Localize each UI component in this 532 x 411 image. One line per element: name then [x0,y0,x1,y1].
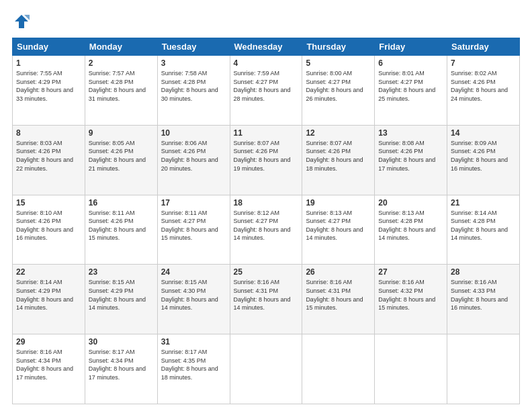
calendar-week-row: 8Sunrise: 8:03 AMSunset: 4:26 PMDaylight… [13,125,520,195]
calendar-header-row: SundayMondayTuesdayWednesdayThursdayFrid… [13,38,520,56]
day-info: Sunrise: 8:08 AMSunset: 4:26 PMDaylight:… [378,139,443,173]
day-info: Sunrise: 8:13 AMSunset: 4:28 PMDaylight:… [378,209,443,242]
column-header-wednesday: Wednesday [230,38,302,56]
day-number: 28 [451,267,516,277]
calendar-cell: 5Sunrise: 8:00 AMSunset: 4:27 PMDaylight… [302,56,375,126]
column-header-tuesday: Tuesday [157,38,230,56]
calendar-cell: 13Sunrise: 8:08 AMSunset: 4:26 PMDayligh… [375,125,447,195]
day-info: Sunrise: 8:16 AMSunset: 4:34 PMDaylight:… [16,348,81,381]
day-number: 29 [16,337,81,347]
day-number: 5 [306,58,371,68]
day-info: Sunrise: 8:07 AMSunset: 4:26 PMDaylight:… [306,139,371,173]
day-info: Sunrise: 8:14 AMSunset: 4:29 PMDaylight:… [16,278,81,312]
day-info: Sunrise: 8:02 AMSunset: 4:26 PMDaylight:… [451,69,516,103]
calendar-week-row: 15Sunrise: 8:10 AMSunset: 4:26 PMDayligh… [13,195,520,265]
calendar-cell: 10Sunrise: 8:06 AMSunset: 4:26 PMDayligh… [157,125,230,195]
logo-icon [12,12,31,31]
calendar-cell [302,334,375,404]
calendar-cell: 21Sunrise: 8:14 AMSunset: 4:28 PMDayligh… [447,195,520,265]
day-info: Sunrise: 8:15 AMSunset: 4:30 PMDaylight:… [161,278,226,312]
calendar-cell: 15Sunrise: 8:10 AMSunset: 4:26 PMDayligh… [13,195,85,265]
calendar-cell: 9Sunrise: 8:05 AMSunset: 4:26 PMDaylight… [85,125,157,195]
day-number: 20 [378,198,443,208]
day-info: Sunrise: 7:59 AMSunset: 4:27 PMDaylight:… [234,69,299,103]
day-number: 17 [161,198,226,208]
calendar-body: 1Sunrise: 7:55 AMSunset: 4:29 PMDaylight… [13,56,520,404]
calendar-cell: 25Sunrise: 8:16 AMSunset: 4:31 PMDayligh… [230,265,302,334]
calendar-cell: 12Sunrise: 8:07 AMSunset: 4:26 PMDayligh… [302,125,375,195]
calendar-cell: 1Sunrise: 7:55 AMSunset: 4:29 PMDaylight… [13,56,85,126]
day-number: 11 [234,128,299,138]
day-number: 21 [451,198,516,208]
day-info: Sunrise: 8:17 AMSunset: 4:34 PMDaylight:… [89,348,154,381]
calendar-cell: 29Sunrise: 8:16 AMSunset: 4:34 PMDayligh… [13,334,85,404]
day-info: Sunrise: 7:55 AMSunset: 4:29 PMDaylight:… [16,69,81,103]
calendar-table: SundayMondayTuesdayWednesdayThursdayFrid… [12,38,520,404]
day-number: 13 [378,128,443,138]
calendar-cell [447,334,520,404]
column-header-saturday: Saturday [447,38,520,56]
day-info: Sunrise: 7:57 AMSunset: 4:28 PMDaylight:… [89,69,154,103]
day-number: 1 [16,58,81,68]
day-info: Sunrise: 8:05 AMSunset: 4:26 PMDaylight:… [89,139,154,173]
header [12,12,520,31]
calendar-week-row: 22Sunrise: 8:14 AMSunset: 4:29 PMDayligh… [13,265,520,334]
day-number: 10 [161,128,226,138]
day-info: Sunrise: 8:07 AMSunset: 4:26 PMDaylight:… [234,139,299,173]
day-info: Sunrise: 8:15 AMSunset: 4:29 PMDaylight:… [89,278,154,312]
calendar-cell: 19Sunrise: 8:13 AMSunset: 4:27 PMDayligh… [302,195,375,265]
day-number: 15 [16,198,81,208]
calendar-cell: 3Sunrise: 7:58 AMSunset: 4:28 PMDaylight… [157,56,230,126]
day-number: 26 [306,267,371,277]
day-number: 18 [234,198,299,208]
calendar-week-row: 1Sunrise: 7:55 AMSunset: 4:29 PMDaylight… [13,56,520,126]
calendar-cell: 7Sunrise: 8:02 AMSunset: 4:26 PMDaylight… [447,56,520,126]
calendar-cell: 23Sunrise: 8:15 AMSunset: 4:29 PMDayligh… [85,265,157,334]
day-number: 2 [89,58,154,68]
day-info: Sunrise: 8:00 AMSunset: 4:27 PMDaylight:… [306,69,371,103]
calendar-cell: 28Sunrise: 8:16 AMSunset: 4:33 PMDayligh… [447,265,520,334]
day-number: 9 [89,128,154,138]
day-info: Sunrise: 8:16 AMSunset: 4:32 PMDaylight:… [378,278,443,312]
day-info: Sunrise: 8:16 AMSunset: 4:31 PMDaylight:… [234,278,299,312]
day-info: Sunrise: 8:11 AMSunset: 4:26 PMDaylight:… [89,209,154,242]
calendar-cell: 2Sunrise: 7:57 AMSunset: 4:28 PMDaylight… [85,56,157,126]
calendar-cell [375,334,447,404]
day-number: 14 [451,128,516,138]
day-info: Sunrise: 8:13 AMSunset: 4:27 PMDaylight:… [306,209,371,242]
day-info: Sunrise: 8:12 AMSunset: 4:27 PMDaylight:… [234,209,299,242]
day-number: 23 [89,267,154,277]
calendar-cell: 4Sunrise: 7:59 AMSunset: 4:27 PMDaylight… [230,56,302,126]
day-info: Sunrise: 8:17 AMSunset: 4:35 PMDaylight:… [161,348,226,381]
page: SundayMondayTuesdayWednesdayThursdayFrid… [0,0,532,411]
day-number: 25 [234,267,299,277]
day-info: Sunrise: 8:01 AMSunset: 4:27 PMDaylight:… [378,69,443,103]
logo [12,12,34,31]
calendar-cell: 6Sunrise: 8:01 AMSunset: 4:27 PMDaylight… [375,56,447,126]
day-info: Sunrise: 8:06 AMSunset: 4:26 PMDaylight:… [161,139,226,173]
calendar-cell: 31Sunrise: 8:17 AMSunset: 4:35 PMDayligh… [157,334,230,404]
day-number: 3 [161,58,226,68]
column-header-sunday: Sunday [13,38,85,56]
calendar-cell: 11Sunrise: 8:07 AMSunset: 4:26 PMDayligh… [230,125,302,195]
day-info: Sunrise: 7:58 AMSunset: 4:28 PMDaylight:… [161,69,226,103]
calendar-cell: 22Sunrise: 8:14 AMSunset: 4:29 PMDayligh… [13,265,85,334]
day-number: 7 [451,58,516,68]
day-number: 8 [16,128,81,138]
day-info: Sunrise: 8:16 AMSunset: 4:33 PMDaylight:… [451,278,516,312]
day-number: 12 [306,128,371,138]
day-info: Sunrise: 8:14 AMSunset: 4:28 PMDaylight:… [451,209,516,242]
calendar-cell: 26Sunrise: 8:16 AMSunset: 4:31 PMDayligh… [302,265,375,334]
day-number: 24 [161,267,226,277]
day-number: 19 [306,198,371,208]
calendar-cell: 18Sunrise: 8:12 AMSunset: 4:27 PMDayligh… [230,195,302,265]
calendar-cell: 27Sunrise: 8:16 AMSunset: 4:32 PMDayligh… [375,265,447,334]
calendar-cell: 16Sunrise: 8:11 AMSunset: 4:26 PMDayligh… [85,195,157,265]
day-number: 27 [378,267,443,277]
day-number: 31 [161,337,226,347]
calendar-cell: 8Sunrise: 8:03 AMSunset: 4:26 PMDaylight… [13,125,85,195]
calendar-cell: 24Sunrise: 8:15 AMSunset: 4:30 PMDayligh… [157,265,230,334]
calendar-cell: 17Sunrise: 8:11 AMSunset: 4:27 PMDayligh… [157,195,230,265]
day-number: 6 [378,58,443,68]
calendar-cell: 30Sunrise: 8:17 AMSunset: 4:34 PMDayligh… [85,334,157,404]
